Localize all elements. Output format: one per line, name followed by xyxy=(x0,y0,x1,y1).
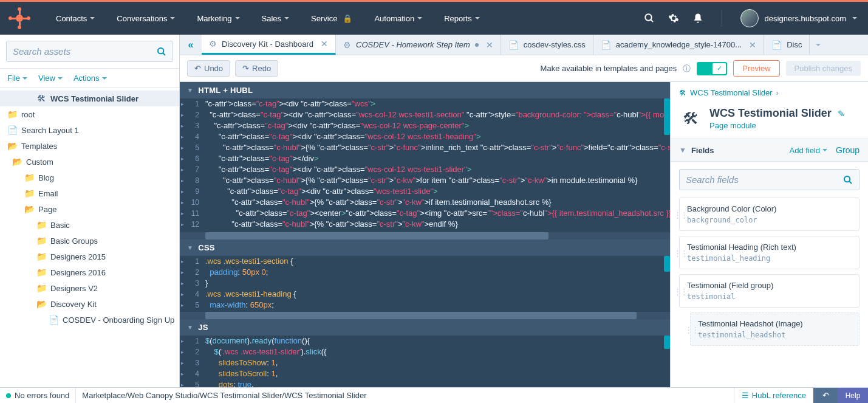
tab-overflow[interactable] xyxy=(810,35,827,55)
help-button[interactable]: Help xyxy=(838,388,868,403)
close-icon[interactable]: ✕ xyxy=(749,40,756,50)
nav-conversations[interactable]: Conversations xyxy=(106,2,186,35)
code-html[interactable]: ▸1"c-attr">class="c-tag"><div "c-attr">c… xyxy=(180,98,670,232)
svg-line-1 xyxy=(651,19,653,22)
tree-d2015[interactable]: 📁Designers 2015 xyxy=(0,249,179,264)
account-menu[interactable]: designers.hubspot.com xyxy=(740,9,857,27)
tree-blog[interactable]: 📁Blog xyxy=(0,170,179,185)
field-card[interactable]: ⋮⋮Testimonial (Field group)testimonial xyxy=(679,274,859,308)
book-icon: ☰ xyxy=(742,391,749,400)
tree-d2016[interactable]: 📁Designers 2016 xyxy=(0,264,179,280)
drag-handle-icon[interactable]: ⋮⋮ xyxy=(674,210,687,219)
notifications-icon[interactable] xyxy=(692,13,703,24)
availability-label: Make available in templates and pages xyxy=(541,64,677,73)
tab-cosdev-styles[interactable]: 📄cosdev-styles.css xyxy=(501,35,593,55)
field-title: Background Color (Color) xyxy=(687,204,852,213)
sidebar: File View Actions 🛠WCS Testimonial Slide… xyxy=(0,35,180,387)
tree-custom[interactable]: 📂Custom xyxy=(0,154,179,170)
actions-menu[interactable]: Actions xyxy=(73,74,107,83)
tree-root[interactable]: 📁root xyxy=(0,106,179,122)
search-icon[interactable] xyxy=(157,47,166,57)
chevron-down-icon: ▼ xyxy=(187,324,193,331)
folder-open-icon: 📂 xyxy=(36,299,46,309)
svg-line-3 xyxy=(163,53,165,55)
drag-handle-icon[interactable]: ⋮⋮ xyxy=(685,325,698,334)
edit-icon[interactable]: ✎ xyxy=(838,109,845,119)
hscrollbar[interactable] xyxy=(180,312,670,319)
field-code: testimonial xyxy=(687,292,852,301)
avatar xyxy=(740,9,759,27)
wrench-icon: 🛠 xyxy=(679,89,686,97)
field-card[interactable]: ⋮⋮Background Color (Color)background_col… xyxy=(679,198,859,231)
folder-open-icon: 📂 xyxy=(24,204,34,214)
tree-page[interactable]: 📂Page xyxy=(0,201,179,217)
folder-icon: 📁 xyxy=(36,220,46,230)
folder-icon: 📁 xyxy=(24,188,34,198)
code-css[interactable]: ▸1.wcs .wcs-testi1-section {▸2 padding: … xyxy=(180,256,670,312)
collapse-sidebar-icon[interactable]: « xyxy=(180,35,202,55)
nav-service[interactable]: Service🔒 xyxy=(300,2,363,35)
hscrollbar[interactable] xyxy=(180,232,670,239)
svg-point-4 xyxy=(844,176,850,182)
drag-handle-icon[interactable]: ⋮⋮ xyxy=(674,248,687,257)
tab-academy-style[interactable]: 📄academy_knowledge_style-14700...✕ xyxy=(593,35,764,55)
redo-button[interactable]: ↷Redo xyxy=(235,60,278,77)
availability-toggle[interactable]: ✓ xyxy=(697,62,727,75)
hubspot-logo[interactable] xyxy=(11,10,28,27)
revert-button[interactable]: ↶ xyxy=(813,388,838,403)
tree-dv2[interactable]: 📁Designers V2 xyxy=(0,280,179,296)
tree-search-layout[interactable]: 📄Search Layout 1 xyxy=(0,122,179,138)
search-assets-input[interactable] xyxy=(13,46,157,57)
add-field-button[interactable]: Add field xyxy=(789,145,827,155)
hubl-reference-link[interactable]: ☰HubL reference xyxy=(734,388,813,403)
close-icon[interactable]: ✕ xyxy=(321,39,328,49)
nav-contacts[interactable]: Contacts xyxy=(45,2,106,35)
nav-marketing[interactable]: Marketing xyxy=(186,2,250,35)
group-button[interactable]: Group xyxy=(836,145,859,155)
search-fields[interactable] xyxy=(679,169,859,190)
pane-js-header[interactable]: ▼JS xyxy=(180,319,670,336)
tree-templates[interactable]: 📂Templates xyxy=(0,138,179,154)
search-assets[interactable] xyxy=(6,41,173,62)
tree-email[interactable]: 📁Email xyxy=(0,185,179,201)
pane-html-header[interactable]: ▼HTML + HUBL xyxy=(180,82,670,98)
tab-cosdev-homework[interactable]: ⚙COSDEV - Homework Step Item✕ xyxy=(336,35,501,55)
chevron-down-icon[interactable]: ▼ xyxy=(679,146,686,154)
nav-sales[interactable]: Sales xyxy=(251,2,301,35)
info-icon[interactable]: ⓘ xyxy=(683,63,691,74)
module-subtitle[interactable]: Page module xyxy=(709,121,845,130)
pane-css-header[interactable]: ▼CSS xyxy=(180,239,670,256)
tree-active-module[interactable]: 🛠WCS Testimonial Slider xyxy=(0,91,179,106)
field-card[interactable]: ⋮⋮Testimonial Headshot (Image)testimonia… xyxy=(690,312,859,346)
settings-icon[interactable] xyxy=(668,13,679,24)
tools-icon: 🛠 xyxy=(679,107,702,130)
folder-icon: 📁 xyxy=(36,267,46,277)
folder-open-icon: 📂 xyxy=(7,141,17,151)
close-icon[interactable]: ✕ xyxy=(486,40,493,50)
tree-cosdev-doc[interactable]: 📄COSDEV - Onboarding Sign Up xyxy=(0,312,179,328)
file-menu[interactable]: File xyxy=(7,74,27,83)
search-icon[interactable] xyxy=(644,13,655,24)
error-status[interactable]: No errors found xyxy=(0,388,76,403)
publish-button: Publish changes xyxy=(786,61,861,76)
nav-automation[interactable]: Automation xyxy=(363,2,433,35)
field-title: Testimonial Heading (Rich text) xyxy=(687,243,852,252)
tab-disc-truncated[interactable]: 📄Disc xyxy=(764,35,810,55)
search-icon[interactable] xyxy=(843,175,853,185)
nav-reports[interactable]: Reports xyxy=(433,2,491,35)
folder-icon: 📁 xyxy=(36,283,46,293)
field-card[interactable]: ⋮⋮Testimonial Heading (Rich text)testimo… xyxy=(679,236,859,269)
drag-handle-icon[interactable]: ⋮⋮ xyxy=(674,286,687,295)
tab-discovery-kit[interactable]: ⚙Discovery Kit - Dashboard✕ xyxy=(202,35,336,55)
search-fields-input[interactable] xyxy=(686,174,843,185)
view-menu[interactable]: View xyxy=(38,74,63,83)
undo-button[interactable]: ↶Undo xyxy=(187,60,230,77)
preview-button[interactable]: Preview xyxy=(733,60,779,77)
tree-dkit[interactable]: 📂Discovery Kit xyxy=(0,296,179,312)
tree-basic[interactable]: 📁Basic xyxy=(0,217,179,233)
tree-basic-groups[interactable]: 📁Basic Groups xyxy=(0,233,179,249)
code-js[interactable]: ▸1$(document).ready(function(){▸2 $('.wc… xyxy=(180,336,670,387)
field-code: testimonial_headshot xyxy=(698,331,852,339)
breadcrumb[interactable]: 🛠WCS Testimonial Slider› xyxy=(671,82,868,103)
redo-icon: ↷ xyxy=(242,64,249,73)
